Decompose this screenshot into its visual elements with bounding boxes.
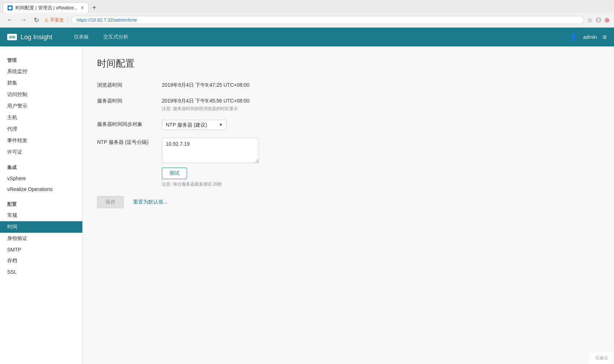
browser-time-label: 浏览器时间 [97,81,162,88]
sidebar-section-integration: 集成 vSphere vRealize Operations [0,161,82,195]
sidebar-item-event-forward[interactable]: 事件转发 [0,135,82,146]
nav-item-interactive[interactable]: 交互式分析 [96,28,136,46]
test-button[interactable]: 测试 [162,168,187,179]
sidebar: 管理 系统监控 群集 访问控制 用户警示 主机 代理 事件转发 许可证 集成 v… [0,46,83,364]
tab-favicon [8,5,13,10]
save-button[interactable]: 保存 [97,196,124,208]
app-title: Log Insight [21,33,52,41]
forward-button[interactable]: → [18,15,29,24]
sidebar-item-agent[interactable]: 代理 [0,123,82,135]
nav-items: 仪表板 交互式分析 [67,28,569,46]
ntp-servers-label: NTP 服务器 (逗号分隔) [97,138,162,146]
separator: | [67,17,68,23]
sidebar-section-title-config: 配置 [0,197,82,210]
hamburger-icon[interactable]: ≡ [602,33,607,41]
logo-area: vm Log Insight [7,33,52,41]
sidebar-item-system-monitor[interactable]: 系统监控 [0,66,82,77]
address-text: https://10.92.7.32/admin/time [77,17,137,23]
user-name: admin [583,34,597,40]
sidebar-item-time[interactable]: 时间 [0,221,82,233]
ntp-servers-input[interactable]: 10.92.7.19 [162,138,259,163]
sync-target-select-wrapper: NTP 服务器 (建议) ESXi 主机 手动 ▼ [162,120,227,130]
star-button[interactable]: ☆ [587,16,593,24]
top-nav: vm Log Insight 仪表板 交互式分析 👤 admin ≡ [0,28,614,46]
user-area: 👤 admin ≡ [569,33,607,41]
server-time-label: 服务器时间 [97,96,162,104]
sync-target-label: 服务器时间同步对象 [97,120,162,128]
sidebar-item-general[interactable]: 常规 [0,210,82,221]
sidebar-item-user-alerts[interactable]: 用户警示 [0,100,82,112]
test-note: 注意: 每台服务器最多测试 20秒 [162,181,259,187]
watermark: 亿速云 [590,352,614,364]
browser-time-row: 浏览器时间 2019年9月4日 下午9:47:25 UTC+08:00 [97,81,600,88]
sidebar-item-access-control[interactable]: 访问控制 [0,89,82,100]
back-button[interactable]: ← [4,15,15,24]
main-layout: 管理 系统监控 群集 访问控制 用户警示 主机 代理 事件转发 许可证 集成 v… [0,46,614,364]
tab-close-button[interactable]: × [81,5,84,11]
warning-icon: ⚠ [44,17,49,23]
ntp-servers-row: NTP 服务器 (逗号分隔) 10.92.7.19 测试 注意: 每台服务器最多… [97,138,600,187]
sidebar-item-vsphere[interactable]: vSphere [0,173,82,184]
action-row: 保存 重置为默认值... [97,196,600,208]
browser-tab[interactable]: 时间配置 | 管理员 | vRealize... × [3,3,88,13]
browser-toolbar: ← → ↻ ⚠ 不安全 | https://10.92.7.32/admin/t… [0,13,614,27]
app-wrapper: vm Log Insight 仪表板 交互式分析 👤 admin ≡ 管理 系统… [0,28,614,364]
security-warning: ⚠ 不安全 [44,17,64,23]
vm-logo: vm [7,34,17,40]
new-tab-button[interactable]: + [90,4,99,12]
sidebar-item-license[interactable]: 许可证 [0,146,82,158]
server-time-value: 2019年9月4日 下午9:45:56 UTC+08:00 [162,96,249,104]
sidebar-section-title-integration: 集成 [0,161,82,173]
sidebar-item-auth[interactable]: 身份验证 [0,233,82,244]
sidebar-item-cluster[interactable]: 群集 [0,77,82,89]
user-icon: 👤 [569,33,577,41]
sidebar-section-title-management: 管理 [0,54,82,66]
extension-button[interactable]: ⊕ [604,16,610,24]
profile-button[interactable]: ⚇ [596,16,601,24]
sidebar-item-vrealize-ops[interactable]: vRealize Operations [0,184,82,195]
address-bar[interactable]: https://10.92.7.32/admin/time [71,16,584,24]
page-title: 时间配置 [97,57,600,70]
sidebar-item-host[interactable]: 主机 [0,112,82,123]
main-content: 时间配置 浏览器时间 2019年9月4日 下午9:47:25 UTC+08:00… [83,46,614,364]
browser-actions: ☆ ⚇ ⊕ [587,16,610,24]
sync-target-select[interactable]: NTP 服务器 (建议) ESXi 主机 手动 [162,120,227,130]
sidebar-item-archive[interactable]: 存档 [0,255,82,267]
browser-time-value: 2019年9月4日 下午9:47:25 UTC+08:00 [162,81,249,88]
server-time-row: 服务器时间 2019年9月4日 下午9:45:56 UTC+08:00 注意: … [97,96,600,112]
sidebar-section-management: 管理 系统监控 群集 访问控制 用户警示 主机 代理 事件转发 许可证 [0,54,82,158]
sidebar-item-smtp[interactable]: SMTP [0,244,82,255]
nav-item-dashboard[interactable]: 仪表板 [67,28,96,46]
browser-chrome: 时间配置 | 管理员 | vRealize... × + ← → ↻ ⚠ 不安全… [0,0,614,28]
reset-button[interactable]: 重置为默认值... [129,196,171,208]
svg-point-0 [9,6,12,9]
server-time-note: 注意: 服务器时间按照浏览器的时区显示 [162,106,249,112]
sync-target-row: 服务器时间同步对象 NTP 服务器 (建议) ESXi 主机 手动 ▼ [97,120,600,130]
refresh-button[interactable]: ↻ [32,15,41,25]
tab-title: 时间配置 | 管理员 | vRealize... [15,5,78,11]
sidebar-section-config: 配置 常规 时间 身份验证 SMTP 存档 SSL [0,197,82,277]
sidebar-item-ssl[interactable]: SSL [0,267,82,277]
